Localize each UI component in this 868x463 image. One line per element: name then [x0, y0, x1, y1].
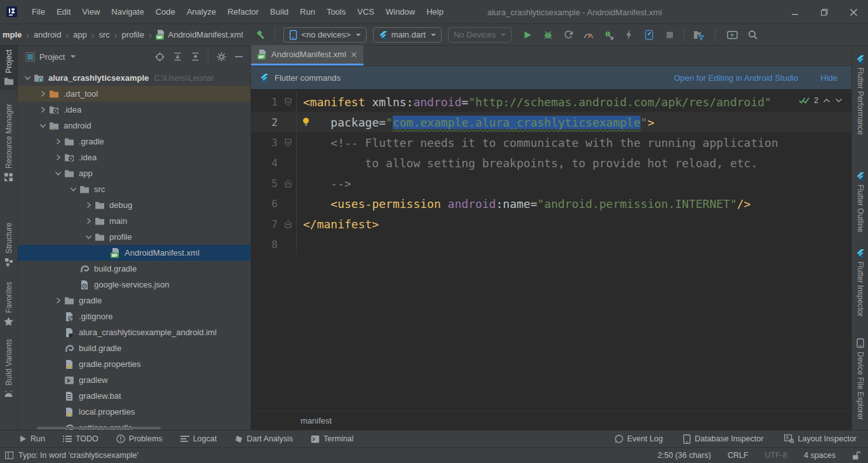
indent-setting[interactable]: 4 spaces: [804, 451, 836, 460]
caret-position[interactable]: 2:50 (36 chars): [658, 451, 711, 460]
chevron-right-icon[interactable]: [85, 218, 92, 225]
menu-navigate[interactable]: Navigate: [105, 4, 149, 19]
unlock-icon[interactable]: [852, 451, 860, 460]
fold-end-icon[interactable]: [285, 179, 292, 188]
breadcrumb-src[interactable]: src: [97, 30, 111, 39]
search-everywhere-button[interactable]: [743, 27, 761, 43]
toolwindow-dart-analysis[interactable]: Dart Analysis: [234, 434, 293, 443]
chevron-right-icon[interactable]: [55, 138, 62, 145]
open-in-android-studio-link[interactable]: Open for Editing in Android Studio: [674, 73, 798, 83]
chevron-down-icon[interactable]: [24, 74, 31, 81]
stripe-structure[interactable]: Structure: [4, 219, 13, 270]
tree-item--idea[interactable]: .idea: [18, 149, 250, 165]
breadcrumb-manifest[interactable]: manifest: [301, 416, 332, 425]
menu-window[interactable]: Window: [380, 4, 421, 19]
lightbulb-icon[interactable]: [302, 117, 310, 127]
tree-item-alura-crashlyticsexample-android-iml[interactable]: alura_crashlyticsexample_android.iml: [18, 324, 250, 340]
chevron-down-icon[interactable]: [70, 186, 77, 193]
menu-vcs[interactable]: VCS: [351, 4, 380, 19]
tree-item-alura-crashlyticsexample[interactable]: alura_crashlyticsexampleC:\Users\Leonar: [18, 70, 250, 86]
chevron-down-icon[interactable]: [39, 122, 46, 129]
fold-start-icon[interactable]: [285, 98, 292, 106]
tree-item-androidmanifest-xml[interactable]: MFAndroidManifest.xml: [18, 245, 250, 261]
tree-item-profile[interactable]: profile: [18, 229, 250, 245]
menu-build[interactable]: Build: [264, 4, 294, 19]
project-structure-button[interactable]: [689, 27, 707, 43]
device-selector[interactable]: <no devices>: [283, 27, 366, 43]
run-config-selector[interactable]: main.dart: [373, 27, 442, 43]
tree-item-src[interactable]: src: [18, 181, 250, 197]
breadcrumb-app[interactable]: app: [72, 30, 88, 39]
close-tab-icon[interactable]: [351, 52, 357, 58]
menu-run[interactable]: Run: [294, 4, 321, 19]
horizontal-scrollbar[interactable]: [37, 427, 161, 429]
tree-item-build-gradle[interactable]: build.gradle: [18, 261, 250, 277]
tree-item-local-properties[interactable]: local.properties: [18, 404, 250, 420]
flutter-attach-button[interactable]: [641, 27, 658, 43]
menu-analyze[interactable]: Analyze: [181, 4, 222, 19]
file-encoding[interactable]: UTF-8: [765, 451, 787, 460]
chevron-right-icon[interactable]: [55, 154, 62, 161]
expand-all-button[interactable]: [170, 49, 185, 64]
tree-item-gradle-properties[interactable]: gradle.properties: [18, 356, 250, 372]
code-area[interactable]: 2 1<manifest xmlns:android="http://schem…: [251, 89, 851, 411]
fold-end-icon[interactable]: [285, 220, 292, 228]
toolwindow-problems[interactable]: Problems: [116, 434, 163, 443]
tree-item--gradle[interactable]: .gradle: [18, 134, 250, 149]
chevron-right-icon[interactable]: [55, 297, 62, 304]
stripe-favorites[interactable]: Favorites: [4, 278, 13, 330]
chevron-right-icon[interactable]: [39, 90, 46, 97]
stripe-flutter-inspector[interactable]: Flutter Inspector: [856, 245, 865, 321]
chevron-right-icon[interactable]: [39, 106, 46, 113]
cpu-profiler-button[interactable]: [580, 27, 597, 43]
maximize-button[interactable]: [810, 0, 839, 24]
close-button[interactable]: [839, 0, 868, 24]
stripe-resource-manager[interactable]: Resource Manager: [4, 100, 13, 186]
tree-item-gradle[interactable]: gradle: [18, 293, 250, 308]
chevron-down-icon[interactable]: [85, 233, 92, 240]
gear-button[interactable]: [214, 49, 229, 64]
breadcrumb-android[interactable]: android: [32, 30, 62, 39]
menu-tools[interactable]: Tools: [321, 4, 351, 19]
chevron-right-icon[interactable]: [85, 202, 92, 209]
debug-button[interactable]: [539, 27, 557, 43]
tree-item-gradlew[interactable]: gradlew: [18, 372, 250, 388]
locate-button[interactable]: [152, 49, 167, 64]
line-ending[interactable]: CRLF: [728, 451, 749, 460]
toolwindow-run[interactable]: Run: [19, 434, 45, 443]
tree-item--dart-tool[interactable]: .dart_tool: [18, 86, 250, 102]
menu-help[interactable]: Help: [421, 4, 449, 19]
stripe-build-variants[interactable]: Build Variants: [4, 335, 13, 401]
menu-view[interactable]: View: [76, 4, 105, 19]
profile-button[interactable]: [559, 27, 577, 43]
tree-item-google-services-json[interactable]: google-services.json: [18, 277, 250, 293]
menu-refactor[interactable]: Refactor: [222, 4, 264, 19]
stripe-device-file-explorer[interactable]: Device File Explorer: [856, 335, 865, 424]
project-panel-title[interactable]: Project: [25, 52, 76, 62]
chevron-down-icon[interactable]: [55, 170, 62, 177]
tree-item-build-gradle[interactable]: build.gradle: [18, 340, 250, 356]
tree-item--idea[interactable]: .idea: [18, 102, 250, 118]
run-button[interactable]: [519, 27, 536, 43]
toolwindow-terminal[interactable]: Terminal: [311, 434, 353, 443]
stripe-flutter-performance[interactable]: Flutter Performance: [856, 51, 865, 139]
breadcrumb-file[interactable]: MF AndroidManifest.xml: [155, 30, 243, 40]
breadcrumb-profile[interactable]: profile: [120, 30, 145, 39]
toolwindow-logcat[interactable]: Logcat: [180, 434, 217, 443]
toolwindow-layout-inspector[interactable]: Layout Inspector: [784, 434, 857, 443]
attach-debugger-button[interactable]: [600, 27, 618, 43]
menu-edit[interactable]: Edit: [51, 4, 76, 19]
hide-banner-link[interactable]: Hide: [820, 73, 837, 83]
toolwindow-event-log[interactable]: Event Log: [614, 434, 663, 443]
device-manager-button[interactable]: [723, 27, 741, 43]
fold-start-icon[interactable]: [285, 139, 292, 147]
tree-item--gitignore[interactable]: .gitignore: [18, 308, 250, 324]
stripe-flutter-outline[interactable]: Flutter Outline: [856, 168, 865, 236]
tab-androidmanifest[interactable]: MF AndroidManifest.xml: [251, 45, 363, 66]
flutter-device-selector[interactable]: No Devices: [448, 27, 512, 43]
minimize-button[interactable]: [780, 0, 810, 24]
toolwindow-todo[interactable]: TODO: [63, 434, 98, 443]
breadcrumb-project-truncated[interactable]: mple: [1, 30, 23, 39]
collapse-all-button[interactable]: [187, 49, 203, 64]
stripe-project[interactable]: Project: [0, 46, 17, 90]
